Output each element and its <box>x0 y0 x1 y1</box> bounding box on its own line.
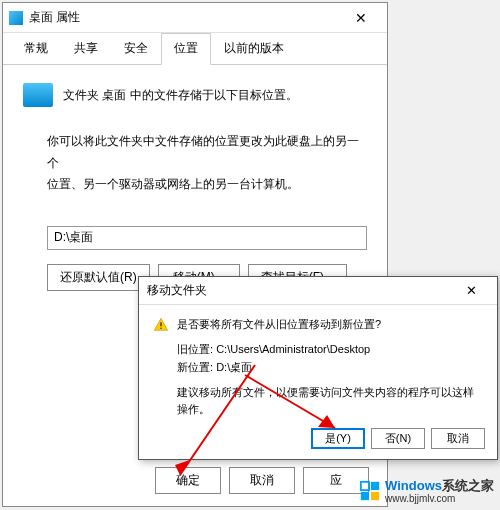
new-location-label: 新位置: <box>177 361 213 373</box>
info-text: 你可以将此文件夹中文件存储的位置更改为此硬盘上的另一个 位置、另一个驱动器或网络… <box>47 131 367 196</box>
desktop-folder-icon <box>23 83 53 107</box>
ok-button[interactable]: 确定 <box>155 467 221 494</box>
dialog-buttons: 确定 取消 应 <box>155 467 369 494</box>
window-title: 桌面 属性 <box>29 9 341 26</box>
tab-previous-versions[interactable]: 以前的版本 <box>211 33 297 64</box>
path-input[interactable] <box>47 226 367 250</box>
old-location-row: 旧位置: C:\Users\Administrator\Desktop <box>177 341 483 359</box>
tab-security[interactable]: 安全 <box>111 33 161 64</box>
move-dialog-body: 是否要将所有文件从旧位置移动到新位置? 旧位置: C:\Users\Admini… <box>139 305 497 429</box>
new-location-path: D:\桌面 <box>216 361 252 373</box>
new-location-row: 新位置: D:\桌面 <box>177 359 483 377</box>
old-location-path: C:\Users\Administrator\Desktop <box>216 343 370 355</box>
tab-share[interactable]: 共享 <box>61 33 111 64</box>
paths-block: 旧位置: C:\Users\Administrator\Desktop 新位置:… <box>177 341 483 376</box>
move-dialog-title: 移动文件夹 <box>147 282 453 299</box>
move-dialog-titlebar: 移动文件夹 ✕ <box>139 277 497 305</box>
warning-icon <box>153 317 169 333</box>
svg-rect-0 <box>160 322 161 326</box>
move-cancel-button[interactable]: 取消 <box>431 428 485 449</box>
apply-button[interactable]: 应 <box>303 467 369 494</box>
move-advice: 建议移动所有文件，以便需要访问文件夹内容的程序可以这样操作。 <box>177 384 483 417</box>
question-row: 是否要将所有文件从旧位置移动到新位置? <box>153 317 483 333</box>
watermark-url: www.bjjmlv.com <box>385 493 494 504</box>
move-folder-dialog: 移动文件夹 ✕ 是否要将所有文件从旧位置移动到新位置? 旧位置: C:\User… <box>138 276 498 460</box>
old-location-label: 旧位置: <box>177 343 213 355</box>
move-dialog-close-button[interactable]: ✕ <box>453 278 489 304</box>
no-button[interactable]: 否(N) <box>371 428 425 449</box>
move-dialog-buttons: 是(Y) 否(N) 取消 <box>311 428 485 449</box>
close-button[interactable]: ✕ <box>341 4 381 32</box>
watermark-brand2: 系统之家 <box>442 478 494 493</box>
restore-defaults-button[interactable]: 还原默认值(R) <box>47 264 150 291</box>
tab-content: 文件夹 桌面 中的文件存储于以下目标位置。 你可以将此文件夹中文件存储的位置更改… <box>3 65 387 309</box>
watermark-text: Windows系统之家 www.bjjmlv.com <box>385 479 494 504</box>
move-question: 是否要将所有文件从旧位置移动到新位置? <box>177 317 381 332</box>
yes-button[interactable]: 是(Y) <box>311 428 365 449</box>
tab-general[interactable]: 常规 <box>11 33 61 64</box>
svg-rect-1 <box>160 328 161 329</box>
folder-icon <box>9 11 23 25</box>
title-bar: 桌面 属性 ✕ <box>3 3 387 33</box>
folder-description-row: 文件夹 桌面 中的文件存储于以下目标位置。 <box>23 83 367 107</box>
tabs-bar: 常规 共享 安全 位置 以前的版本 <box>3 33 387 65</box>
cancel-button[interactable]: 取消 <box>229 467 295 494</box>
info-line-1: 你可以将此文件夹中文件存储的位置更改为此硬盘上的另一个 <box>47 131 367 174</box>
folder-description: 文件夹 桌面 中的文件存储于以下目标位置。 <box>63 87 298 104</box>
tab-location[interactable]: 位置 <box>161 33 211 65</box>
watermark-brand1: Windows <box>385 478 442 493</box>
info-line-2: 位置、另一个驱动器或网络上的另一台计算机。 <box>47 174 367 196</box>
